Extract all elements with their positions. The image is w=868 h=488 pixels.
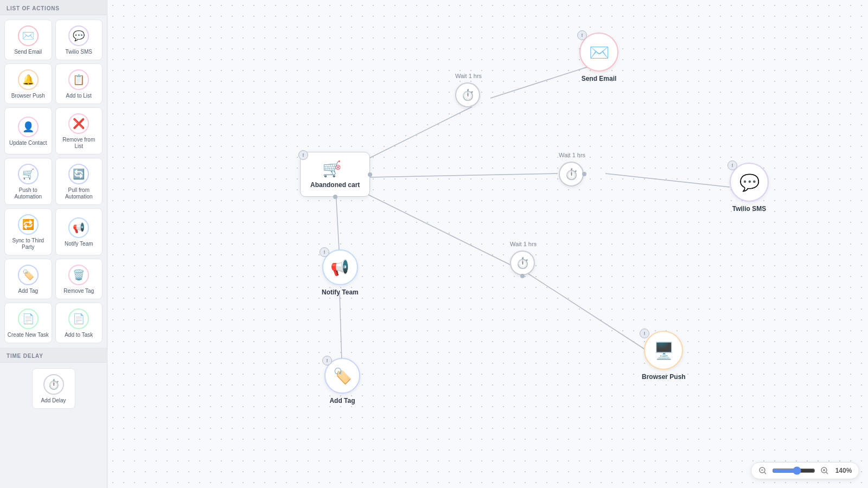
- twilio-sms-icon: 💬: [68, 25, 89, 46]
- notify-team-label: Notify Team: [65, 241, 93, 247]
- sidebar-section-delay: TIME DELAY: [0, 348, 107, 363]
- sync-third-party-label: Sync to Third Party: [7, 237, 49, 251]
- pull-automation-icon: 🔄: [68, 164, 89, 184]
- send-email-warning: !: [577, 30, 587, 40]
- send-email-icon: ✉️: [18, 25, 39, 46]
- node-wait3[interactable]: Wait 1 hrs ⏱️: [510, 251, 535, 275]
- svg-line-7: [528, 274, 656, 357]
- action-add-to-task[interactable]: 📄 Add to Task: [55, 303, 103, 343]
- action-create-new-task[interactable]: 📄 Create New Task: [4, 303, 52, 343]
- node-browser-push[interactable]: ! 🖥️ Browser Push: [642, 331, 686, 381]
- notify-team-warning: !: [320, 247, 329, 257]
- node-dot-bottom: [333, 195, 337, 199]
- zoom-slider[interactable]: [772, 466, 815, 475]
- create-task-label: Create New Task: [8, 332, 49, 338]
- action-pull-from-automation[interactable]: 🔄 Pull from Automation: [55, 158, 103, 205]
- svg-line-3: [605, 174, 730, 187]
- send-email-label: Send Email: [14, 49, 42, 55]
- wait2-dot-right: [582, 172, 586, 176]
- wait3-circle: ⏱️: [510, 251, 535, 275]
- action-notify-team[interactable]: 📢 Notify Team: [55, 208, 103, 255]
- add-to-list-label: Add to List: [66, 93, 92, 99]
- node-send-email[interactable]: ! ✉️ Send Email: [579, 33, 618, 82]
- svg-line-10: [764, 472, 766, 474]
- browser-push-circle: 🖥️: [644, 331, 683, 370]
- add-tag-node-label: Add Tag: [329, 397, 355, 404]
- zoom-controls: 140%: [751, 462, 859, 479]
- push-automation-label: Push to Automation: [7, 187, 49, 200]
- connections-svg: [107, 0, 868, 488]
- sidebar-section-actions: LIST OF ACTIONS: [0, 0, 107, 15]
- create-task-icon: 📄: [18, 309, 39, 329]
- action-twilio-sms[interactable]: 💬 Twilio SMS: [55, 20, 103, 60]
- node-abandoned-cart[interactable]: ! 🛒⊗ Abandoned cart: [300, 152, 370, 197]
- add-tag-label: Add Tag: [18, 288, 38, 294]
- action-add-to-list[interactable]: 📋 Add to List: [55, 63, 103, 104]
- action-add-tag[interactable]: 🏷️ Add Tag: [4, 259, 52, 299]
- remove-tag-icon: 🗑️: [68, 265, 89, 285]
- action-add-delay[interactable]: ⏱️ Add Delay: [32, 368, 75, 409]
- zoom-out-button[interactable]: [757, 465, 769, 477]
- sync-third-party-icon: 🔁: [18, 214, 39, 235]
- wait3-label: Wait 1 hrs: [510, 241, 537, 247]
- abandoned-cart-label: Abandoned cart: [310, 181, 360, 189]
- browser-push-node-label: Browser Push: [642, 373, 686, 381]
- node-wait1[interactable]: Wait 1 hrs ⏱️: [455, 82, 480, 107]
- action-sync-third-party[interactable]: 🔁 Sync to Third Party: [4, 208, 52, 255]
- browser-push-icon: 🔔: [18, 69, 39, 90]
- add-tag-icon: 🏷️: [18, 265, 39, 285]
- add-task-label: Add to Task: [65, 332, 93, 338]
- zoom-level-label: 140%: [834, 467, 853, 474]
- browser-push-warning: !: [640, 329, 649, 338]
- remove-from-list-label: Remove from List: [58, 137, 100, 150]
- twilio-sms-node-label: Twilio SMS: [732, 205, 766, 213]
- action-push-to-automation[interactable]: 🛒 Push to Automation: [4, 158, 52, 205]
- send-email-node-label: Send Email: [582, 75, 617, 82]
- action-remove-from-list[interactable]: ❌ Remove from List: [55, 107, 103, 155]
- abandoned-cart-icon: 🛒⊗: [322, 160, 348, 178]
- add-delay-icon: ⏱️: [43, 374, 64, 395]
- remove-tag-label: Remove Tag: [63, 288, 94, 294]
- wait3-dot-bottom: [520, 274, 525, 278]
- zoom-out-icon: [759, 467, 767, 474]
- wait1-circle: ⏱️: [455, 82, 480, 107]
- twilio-sms-warning: !: [727, 160, 737, 170]
- wait1-label: Wait 1 hrs: [455, 73, 482, 79]
- action-browser-push[interactable]: 🔔 Browser Push: [4, 63, 52, 104]
- node-add-tag[interactable]: ! 🏷️ Add Tag: [324, 358, 360, 404]
- add-task-icon: 📄: [68, 309, 89, 329]
- push-automation-icon: 🛒: [18, 164, 39, 184]
- action-remove-tag[interactable]: 🗑️ Remove Tag: [55, 259, 103, 299]
- action-send-email[interactable]: ✉️ Send Email: [4, 20, 52, 60]
- notify-team-icon: 📢: [68, 217, 89, 238]
- actions-grid: ✉️ Send Email 💬 Twilio SMS 🔔 Browser Pus…: [0, 15, 107, 348]
- action-update-contact[interactable]: 👤 Update Contact: [4, 107, 52, 155]
- zoom-in-icon: [821, 467, 828, 474]
- add-tag-warning: !: [322, 356, 332, 365]
- zoom-in-button[interactable]: [819, 465, 831, 477]
- abandoned-cart-warning: !: [298, 150, 308, 160]
- pull-automation-label: Pull from Automation: [58, 187, 100, 200]
- sidebar: LIST OF ACTIONS ✉️ Send Email 💬 Twilio S…: [0, 0, 107, 488]
- node-notify-team[interactable]: ! 📢 Notify Team: [322, 249, 359, 296]
- node-twilio-sms[interactable]: ! 💬 Twilio SMS: [730, 163, 769, 213]
- update-contact-label: Update Contact: [9, 140, 47, 146]
- wait2-circle: ⏱️: [559, 162, 584, 187]
- notify-team-node-label: Notify Team: [322, 288, 359, 296]
- svg-line-14: [826, 472, 828, 474]
- add-delay-label: Add Delay: [41, 397, 66, 404]
- node-wait2[interactable]: Wait 1 hrs ⏱️: [559, 162, 584, 187]
- browser-push-label: Browser Push: [11, 93, 45, 99]
- workflow-canvas[interactable]: ! 🛒⊗ Abandoned cart Wait 1 hrs ⏱️ ! ✉️ S…: [107, 0, 868, 488]
- add-to-list-icon: 📋: [68, 69, 89, 90]
- remove-from-list-icon: ❌: [68, 113, 89, 134]
- node-dot-right: [368, 172, 372, 177]
- wait2-label: Wait 1 hrs: [559, 152, 585, 158]
- twilio-sms-label: Twilio SMS: [66, 49, 92, 55]
- svg-line-5: [340, 293, 342, 362]
- update-contact-icon: 👤: [18, 117, 39, 137]
